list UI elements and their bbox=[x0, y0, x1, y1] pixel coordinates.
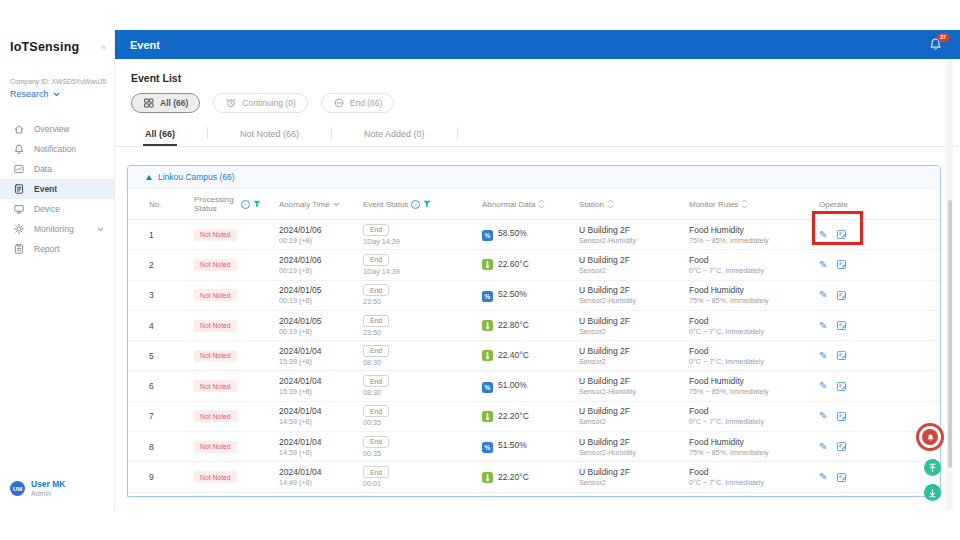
column-header-no: No. bbox=[128, 200, 194, 209]
abnormal-value: 22.20°C bbox=[498, 472, 529, 482]
add-note-icon[interactable] bbox=[836, 350, 847, 361]
edit-pencil-icon[interactable]: ✎ bbox=[819, 381, 827, 391]
anomaly-date: 2024/01/04 bbox=[279, 346, 363, 356]
processing-status-badge: Not Noted bbox=[194, 320, 237, 332]
chevron-down-icon bbox=[97, 224, 104, 234]
monitor-rule-detail: 0°C ~ 7°C, Immediately bbox=[689, 357, 819, 366]
sidebar-item-notification[interactable]: Notification bbox=[0, 139, 114, 159]
main-content: Event List All (66) Continuing (0) End (… bbox=[115, 59, 960, 510]
alarm-floating-button[interactable] bbox=[916, 423, 944, 451]
row-number: 4 bbox=[128, 321, 194, 331]
sort-icon[interactable] bbox=[538, 199, 545, 209]
scrollbar-thumb[interactable] bbox=[948, 200, 952, 468]
event-status-chip: End bbox=[363, 284, 389, 296]
sidebar-item-report[interactable]: Report bbox=[0, 239, 114, 259]
group-label: Linkou Campus (66) bbox=[158, 172, 235, 182]
sidebar-item-device[interactable]: Device bbox=[0, 199, 114, 219]
abnormal-data-cell: %51.00% bbox=[482, 380, 579, 393]
edit-pencil-icon[interactable]: ✎ bbox=[819, 290, 827, 300]
processing-status-badge: Not Noted bbox=[194, 410, 237, 422]
add-note-icon[interactable] bbox=[836, 472, 847, 483]
temperature-icon bbox=[482, 472, 493, 483]
scroll-to-top-button[interactable] bbox=[924, 459, 941, 476]
abnormal-value: 51.00% bbox=[498, 380, 527, 390]
monitor-rule-name: Food Humidity bbox=[689, 376, 819, 386]
add-note-icon[interactable] bbox=[836, 441, 847, 452]
event-duration: 1Day 14:39 bbox=[363, 267, 482, 276]
sidebar-item-overview[interactable]: Overview bbox=[0, 119, 114, 139]
column-header-station[interactable]: Station bbox=[579, 199, 689, 209]
event-duration: 23:50 bbox=[363, 297, 482, 306]
column-header-abnormal-data[interactable]: Abnormal Data bbox=[482, 199, 579, 209]
table-row: 2 Not Noted 2024/01/06 00:19 (+8) End 1D… bbox=[128, 250, 940, 280]
scroll-to-bottom-button[interactable] bbox=[924, 484, 941, 501]
abnormal-data-cell: %51.50% bbox=[482, 440, 579, 453]
monitor-rule-detail: 75% ~ 85%, Immediately bbox=[689, 448, 819, 457]
tab-note-added-0[interactable]: Note Added (0) bbox=[362, 129, 427, 146]
event-status-chip: End bbox=[363, 345, 389, 357]
add-note-icon[interactable] bbox=[836, 381, 847, 392]
sidebar-item-data[interactable]: Data bbox=[0, 159, 114, 179]
sidebar-item-monitoring[interactable]: Monitoring bbox=[0, 219, 114, 239]
abnormal-data-cell: 22.40°C bbox=[482, 350, 579, 361]
filter-pill-label: All (66) bbox=[160, 98, 188, 108]
sort-icon[interactable] bbox=[607, 199, 614, 209]
abnormal-data-cell: 22.20°C bbox=[482, 472, 579, 483]
anomaly-time: 15:39 (+8) bbox=[279, 357, 363, 366]
column-header-anomaly-time[interactable]: Anomaly Time bbox=[279, 200, 363, 209]
status-filter-group: All (66) Continuing (0) End (66) bbox=[131, 93, 960, 113]
table-row: 7 Not Noted 2024/01/04 14:59 (+8) End 00… bbox=[128, 402, 940, 432]
user-profile[interactable]: UM User MK Admin bbox=[10, 479, 65, 498]
app-logo: IoTSensing bbox=[10, 40, 79, 54]
workspace-label: Research bbox=[10, 89, 49, 99]
anomaly-date: 2024/01/05 bbox=[279, 316, 363, 326]
edit-pencil-icon[interactable]: ✎ bbox=[819, 411, 827, 421]
event-duration: 08:30 bbox=[363, 358, 482, 367]
station-name: U Building 2F bbox=[579, 406, 689, 416]
monitor-rule-detail: 0°C ~ 7°C, Immediately bbox=[689, 266, 819, 275]
event-status-chip: End bbox=[363, 254, 389, 266]
add-note-icon[interactable] bbox=[836, 290, 847, 301]
info-icon[interactable]: i bbox=[241, 200, 250, 209]
filter-funnel-icon[interactable] bbox=[253, 200, 261, 208]
edit-pencil-icon[interactable]: ✎ bbox=[819, 442, 827, 452]
page-title: Event bbox=[130, 39, 160, 51]
add-note-icon[interactable] bbox=[836, 259, 847, 270]
home-icon bbox=[13, 123, 25, 135]
filter-funnel-icon[interactable] bbox=[423, 200, 431, 208]
workspace-selector[interactable]: Research bbox=[0, 89, 114, 99]
filter-pill-all-66[interactable]: All (66) bbox=[131, 93, 200, 113]
sidebar: IoTSensing « Company ID: XWSD5XuWwuJ5 Re… bbox=[0, 30, 115, 510]
anomaly-date: 2024/01/05 bbox=[279, 285, 363, 295]
info-icon[interactable]: i bbox=[411, 200, 420, 209]
grid-icon bbox=[143, 97, 155, 109]
add-note-icon[interactable] bbox=[836, 320, 847, 331]
column-header-monitor-rules[interactable]: Monitor Rules bbox=[689, 199, 819, 209]
column-header-event-status[interactable]: Event Status i bbox=[363, 200, 482, 209]
filter-pill-continuing-0[interactable]: Continuing (0) bbox=[213, 93, 307, 113]
humidity-icon: % bbox=[482, 382, 493, 393]
edit-pencil-icon[interactable]: ✎ bbox=[819, 321, 827, 331]
sort-icon[interactable] bbox=[741, 199, 748, 209]
edit-pencil-icon[interactable]: ✎ bbox=[819, 351, 827, 361]
monitor-rule-name: Food bbox=[689, 346, 819, 356]
station-name: U Building 2F bbox=[579, 467, 689, 477]
anomaly-time: 14:59 (+8) bbox=[279, 448, 363, 457]
column-header-processing-status[interactable]: Processing Status i bbox=[194, 195, 279, 213]
tab-all-66[interactable]: All (66) bbox=[143, 129, 177, 146]
edit-pencil-icon[interactable]: ✎ bbox=[819, 260, 827, 270]
edit-pencil-icon[interactable]: ✎ bbox=[819, 472, 827, 482]
monitor-rule-detail: 75% ~ 85%, Immediately bbox=[689, 236, 819, 245]
sensor-name: Sensor2 bbox=[579, 327, 689, 336]
tab-not-noted-66[interactable]: Not Noted (66) bbox=[238, 129, 301, 146]
add-note-icon[interactable] bbox=[836, 411, 847, 422]
sensor-name: Sensor2 bbox=[579, 357, 689, 366]
filter-pill-end-66[interactable]: End (66) bbox=[321, 93, 395, 113]
table-row: 8 Not Noted 2024/01/04 14:59 (+8) End 00… bbox=[128, 432, 940, 462]
sidebar-item-event[interactable]: Event bbox=[0, 179, 114, 199]
notification-bell-button[interactable]: 37 bbox=[929, 37, 945, 53]
sidebar-collapse-icon[interactable]: « bbox=[101, 42, 106, 52]
station-name: U Building 2F bbox=[579, 437, 689, 447]
sort-chevron-icon[interactable] bbox=[333, 202, 340, 207]
table-group-header[interactable]: Linkou Campus (66) bbox=[128, 166, 940, 189]
